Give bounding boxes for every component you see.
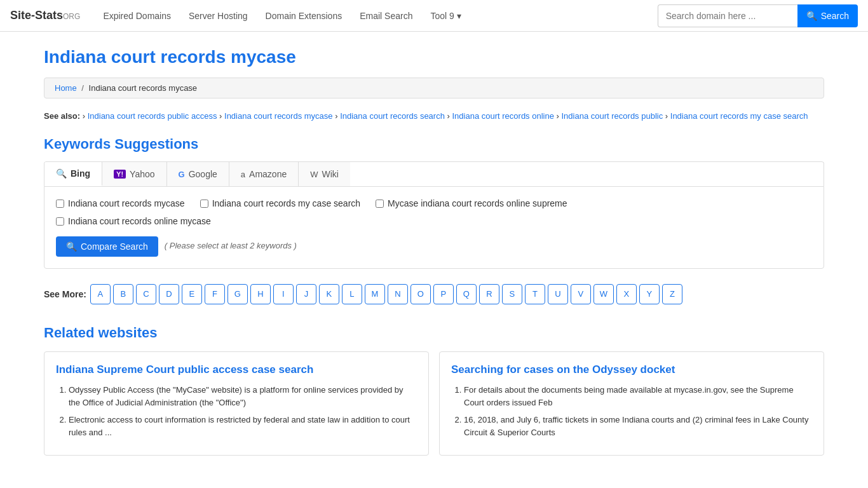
tab-amazone-label: Amazone — [249, 169, 287, 179]
keyword-item-1[interactable]: Indiana court records my case search — [200, 198, 360, 208]
keyword-row-2: Indiana court records online mycase — [56, 216, 812, 226]
alpha-btn-q[interactable]: Q — [456, 284, 477, 304]
alpha-btn-i[interactable]: I — [273, 284, 294, 304]
alpha-btn-h[interactable]: H — [250, 284, 271, 304]
yahoo-icon: Y! — [114, 170, 126, 179]
search-button[interactable]: 🔍 Search — [797, 4, 858, 27]
see-also-link-4[interactable]: Indiana court records public — [562, 111, 663, 121]
tab-amazone[interactable]: a Amazone — [229, 162, 299, 186]
brand-suffix: ORG — [63, 12, 80, 21]
related-card-list-0: Odyssey Public Access (the "MyCase" webs… — [56, 384, 417, 438]
tab-wiki-label: Wiki — [322, 169, 339, 179]
alphabet-container: ABCDEFGHIJKLMNOPQRSTUVWXYZ — [90, 284, 682, 304]
keywords-title: Keywords Suggestions — [44, 136, 824, 152]
list-item: 16, 2018, and July 6, traffic tickets in… — [464, 414, 812, 438]
alpha-btn-w[interactable]: W — [593, 284, 614, 304]
keyword-checkbox-0[interactable] — [56, 200, 64, 208]
search-input[interactable] — [658, 4, 797, 27]
related-card-1: Searching for cases on the Odyssey docke… — [439, 351, 824, 456]
see-also-link-2[interactable]: Indiana court records search — [340, 111, 445, 121]
keyword-item-2[interactable]: Mycase indiana court records online supr… — [376, 198, 567, 208]
nav-email-search[interactable]: Email Search — [352, 7, 420, 25]
keywords-box: Indiana court records mycase Indiana cou… — [44, 186, 824, 269]
tab-yahoo[interactable]: Y! Yahoo — [102, 162, 166, 186]
keyword-label-1: Indiana court records my case search — [212, 198, 360, 208]
breadcrumb-separator: / — [81, 83, 84, 93]
nav-links: Expired Domains Server Hosting Domain Ex… — [95, 7, 657, 25]
see-also-label: See also: — [44, 111, 80, 121]
tab-yahoo-label: Yahoo — [130, 169, 154, 179]
keyword-item-3[interactable]: Indiana court records online mycase — [56, 216, 211, 226]
alpha-btn-r[interactable]: R — [479, 284, 499, 304]
search-bar: 🔍 Search — [658, 4, 858, 27]
keyword-tabs: 🔍 Bing Y! Yahoo G Google a Amazone W Wik… — [44, 161, 824, 186]
related-card-title-1[interactable]: Searching for cases on the Odyssey docke… — [451, 363, 812, 376]
alpha-btn-v[interactable]: V — [571, 284, 591, 304]
related-card-title-0[interactable]: Indiana Supreme Court public access case… — [56, 363, 417, 376]
alpha-btn-b[interactable]: B — [113, 284, 133, 304]
main-content: Indiana court records mycase Home / Indi… — [34, 32, 834, 471]
tab-bing[interactable]: 🔍 Bing — [44, 162, 102, 186]
see-also-link-3[interactable]: Indiana court records online — [452, 111, 553, 121]
related-card-0: Indiana Supreme Court public access case… — [44, 351, 429, 456]
nav-expired-domains[interactable]: Expired Domains — [95, 7, 179, 25]
alpha-btn-u[interactable]: U — [548, 284, 568, 304]
keyword-checkbox-2[interactable] — [376, 200, 384, 208]
keyword-label-0: Indiana court records mycase — [68, 198, 185, 208]
alpha-btn-z[interactable]: Z — [662, 284, 682, 304]
keyword-checkbox-3[interactable] — [56, 217, 64, 226]
alpha-btn-n[interactable]: N — [388, 284, 408, 304]
brand-logo[interactable]: Site-StatsORG — [10, 9, 80, 22]
alpha-btn-l[interactable]: L — [342, 284, 362, 304]
alpha-btn-t[interactable]: T — [525, 284, 545, 304]
breadcrumb: Home / Indiana court records mycase — [44, 78, 824, 98]
related-title: Related websites — [44, 325, 824, 341]
alpha-btn-d[interactable]: D — [159, 284, 179, 304]
breadcrumb-current: Indiana court records mycase — [89, 83, 198, 93]
alpha-btn-m[interactable]: M — [365, 284, 385, 304]
alpha-btn-p[interactable]: P — [433, 284, 454, 304]
keyword-row-1: Indiana court records mycase Indiana cou… — [56, 198, 812, 208]
list-item: For details about the documents being ma… — [464, 384, 812, 409]
compare-btn-label: Compare Search — [81, 241, 148, 252]
please-select-text: ( Please select at least 2 keywords ) — [165, 241, 297, 250]
alpha-btn-a[interactable]: A — [90, 284, 111, 304]
alpha-btn-e[interactable]: E — [182, 284, 202, 304]
alpha-btn-c[interactable]: C — [136, 284, 156, 304]
nav-tool-menu[interactable]: Tool 9 ▾ — [423, 7, 468, 25]
related-grid: Indiana Supreme Court public access case… — [44, 351, 824, 456]
nav-domain-extensions[interactable]: Domain Extensions — [258, 7, 350, 25]
alpha-btn-s[interactable]: S — [502, 284, 522, 304]
see-also-link-5[interactable]: Indiana court records my case search — [670, 111, 808, 121]
compare-icon: 🔍 — [66, 241, 77, 252]
alpha-btn-k[interactable]: K — [319, 284, 339, 304]
alpha-btn-g[interactable]: G — [227, 284, 248, 304]
alpha-btn-f[interactable]: F — [205, 284, 225, 304]
breadcrumb-home[interactable]: Home — [55, 83, 77, 93]
alpha-btn-y[interactable]: Y — [639, 284, 660, 304]
alpha-btn-o[interactable]: O — [410, 284, 431, 304]
keyword-item-0[interactable]: Indiana court records mycase — [56, 198, 185, 208]
bing-icon: 🔍 — [56, 168, 67, 179]
keyword-label-2: Mycase indiana court records online supr… — [388, 198, 567, 208]
amazon-icon: a — [241, 170, 245, 179]
wiki-icon: W — [310, 170, 318, 179]
tab-wiki[interactable]: W Wiki — [299, 162, 350, 186]
tab-google-label: Google — [189, 169, 217, 179]
tab-google[interactable]: G Google — [167, 162, 229, 186]
alpha-btn-j[interactable]: J — [296, 284, 316, 304]
related-card-list-1: For details about the documents being ma… — [451, 384, 812, 438]
brand-name: Site-Stats — [10, 9, 63, 22]
compare-row: 🔍 Compare Search ( Please select at leas… — [56, 234, 812, 257]
alpha-btn-x[interactable]: X — [616, 284, 637, 304]
see-also-link-0[interactable]: Indiana court records public access — [88, 111, 217, 121]
page-title: Indiana court records mycase — [44, 47, 824, 67]
see-also-link-1[interactable]: Indiana court records mycase — [224, 111, 333, 121]
compare-search-button[interactable]: 🔍 Compare Search — [56, 236, 158, 257]
nav-server-hosting[interactable]: Server Hosting — [181, 7, 255, 25]
see-also-separator: › — [83, 111, 88, 121]
tab-bing-label: Bing — [71, 168, 90, 179]
see-more-section: See More: ABCDEFGHIJKLMNOPQRSTUVWXYZ — [44, 284, 824, 304]
keyword-checkbox-1[interactable] — [200, 200, 208, 208]
search-icon: 🔍 — [806, 11, 817, 21]
